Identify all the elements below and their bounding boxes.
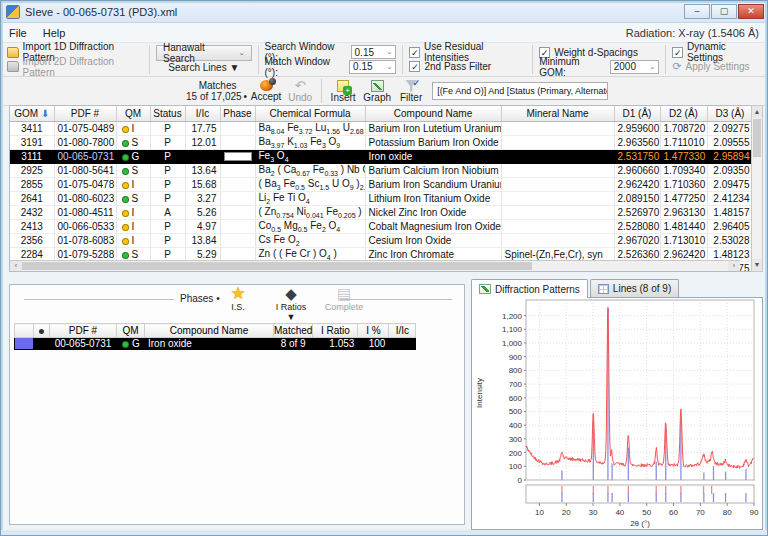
column-header-pdf-[interactable]: PDF #: [50, 324, 117, 338]
d3-value[interactable]: 1.48123: [707, 247, 753, 261]
d3-value[interactable]: 2.96405: [707, 219, 753, 233]
compound-name[interactable]: Iron oxide: [145, 338, 274, 350]
phase-cell[interactable]: [220, 247, 255, 261]
scroll-right-icon[interactable]: ›: [728, 261, 740, 271]
gom-value[interactable]: 2284: [10, 247, 54, 261]
gom-value[interactable]: 2356: [10, 233, 54, 247]
chemical-formula[interactable]: ( Ba3 Fe0.5 Sc1.5 U O9 )2.667: [255, 177, 365, 191]
filter-expression-field[interactable]: [(Fe And O)] And [Status (Primary, Alter…: [432, 82, 608, 100]
pdf-number-link[interactable]: 01-075-0478: [54, 177, 116, 191]
column-header-i-ratio[interactable]: I Ratio: [313, 324, 358, 338]
mineral-name[interactable]: [501, 191, 614, 205]
column-header-i-ic[interactable]: I/Ic: [389, 324, 416, 338]
d2-value[interactable]: 1.709340: [660, 163, 707, 177]
qm-cell[interactable]: I: [116, 219, 150, 233]
d2-value[interactable]: 1.711010: [660, 135, 707, 149]
compound-name[interactable]: Nickel Zinc Iron Oxide: [365, 205, 501, 219]
filter-button[interactable]: ✓ Filter: [394, 80, 428, 103]
d3-value[interactable]: 2.53028: [707, 233, 753, 247]
column-header-qm[interactable]: QM: [116, 106, 150, 121]
qm-cell[interactable]: S: [116, 247, 150, 261]
compound-name[interactable]: Lithium Iron Titanium Oxide: [365, 191, 501, 205]
qm-cell[interactable]: S: [116, 191, 150, 205]
phase-edit-box[interactable]: [224, 152, 252, 161]
iratios-button[interactable]: ◆ I Ratios ▼: [271, 286, 311, 322]
compound-name[interactable]: Barium Iron Scandium Uranium Oxide: [365, 177, 501, 191]
tab-diffraction-patterns[interactable]: Diffraction Patterns: [471, 279, 588, 298]
qm-cell[interactable]: I: [116, 121, 150, 135]
iic-value[interactable]: 4.97: [185, 219, 220, 233]
table-row[interactable]: 241300-066-0533IP4.97Co0.5 Mg0.5 Fe2 O4C…: [10, 219, 753, 233]
d1-value[interactable]: 2.967020: [614, 233, 660, 247]
phase-cell[interactable]: [220, 121, 255, 135]
column-header-d3-[interactable]: D3 (Å): [707, 106, 753, 121]
d3-value[interactable]: 2.41234: [707, 191, 753, 205]
qm-cell[interactable]: S: [116, 135, 150, 149]
iic-value[interactable]: 15.68: [185, 177, 220, 191]
iic-value[interactable]: 5.29: [185, 247, 220, 261]
compound-name[interactable]: Iron oxide: [365, 149, 501, 163]
ipct-value[interactable]: 100: [358, 338, 389, 350]
accept-button[interactable]: Accept: [249, 80, 283, 102]
phase-cell[interactable]: [220, 205, 255, 219]
chemical-formula[interactable]: Fe3 O4: [255, 149, 365, 163]
table-row[interactable]: 264101-080-6023SP3.27Li2 Fe Ti O4Lithium…: [10, 191, 753, 205]
chemical-formula[interactable]: Co0.5 Mg0.5 Fe2 O4: [255, 219, 365, 233]
table-row[interactable]: 292501-080-5641SP13.64Ba2 ( Ca0.67 Fe0.3…: [10, 163, 753, 177]
mineral-name[interactable]: Spinel-(Zn,Fe,Cr), syn: [501, 247, 614, 261]
d1-value[interactable]: 2.959600: [614, 121, 660, 135]
search-type-dropdown[interactable]: Hanawalt Search ⌄: [156, 45, 252, 61]
iic-value[interactable]: 12.01: [185, 135, 220, 149]
mineral-name[interactable]: [501, 135, 614, 149]
pdf-number-link[interactable]: 01-080-6023: [54, 191, 116, 205]
column-header-d2-[interactable]: D2 (Å): [660, 106, 707, 121]
matched-value[interactable]: 8 of 9: [274, 338, 313, 350]
iic-value[interactable]: 3.27: [185, 191, 220, 205]
column-header-phase[interactable]: Phase: [220, 106, 255, 121]
compound-name[interactable]: Barium Iron Lutetium Uranium Oxide: [365, 121, 501, 135]
table-row[interactable]: 285501-075-0478IP15.68( Ba3 Fe0.5 Sc1.5 …: [10, 177, 753, 191]
use-residual-checkbox[interactable]: ✓ Use Residual Intensities: [409, 45, 526, 59]
dynamic-settings-checkbox[interactable]: ✓ Dynamic Settings: [672, 45, 761, 59]
d2-value[interactable]: 1.713010: [660, 233, 707, 247]
insert-button[interactable]: Insert: [326, 80, 360, 103]
d1-value[interactable]: 2.960660: [614, 163, 660, 177]
gom-value[interactable]: 2641: [10, 191, 54, 205]
results-vertical-scrollbar[interactable]: ▲ ▼: [751, 105, 763, 272]
d2-value[interactable]: 1.481440: [660, 219, 707, 233]
tab-lines[interactable]: Lines (8 of 9): [590, 279, 679, 297]
phase-cell[interactable]: [220, 149, 255, 163]
maximize-button[interactable]: ▢: [711, 4, 737, 19]
d1-value[interactable]: 2.528080: [614, 219, 660, 233]
iic-value[interactable]: 13.64: [185, 163, 220, 177]
column-header-pdf-[interactable]: PDF #: [54, 106, 116, 121]
column-header-compound-name[interactable]: Compound Name: [145, 324, 274, 338]
d2-value[interactable]: 1.708720: [660, 121, 707, 135]
status-value[interactable]: P: [150, 233, 185, 247]
table-row[interactable]: 243201-080-4511IA5.26( Zn0.754 Ni0.041 F…: [10, 205, 753, 219]
status-value[interactable]: P: [150, 121, 185, 135]
iic-value[interactable]: 17.75: [185, 121, 220, 135]
mineral-name[interactable]: [501, 149, 614, 163]
column-header-status[interactable]: Status: [150, 106, 185, 121]
column-header-d1-[interactable]: D1 (Å): [614, 106, 660, 121]
phase-accept-cell[interactable]: [34, 338, 50, 350]
pdf-number-link[interactable]: 01-080-4511: [54, 205, 116, 219]
d3-value[interactable]: 2.09475: [707, 177, 753, 191]
status-value[interactable]: P: [150, 163, 185, 177]
gom-value[interactable]: 3111: [10, 149, 54, 163]
column-header-i-[interactable]: I %: [358, 324, 389, 338]
phase-color-swatch[interactable]: [15, 338, 34, 350]
column-header-compound-name[interactable]: Compound Name: [365, 106, 501, 121]
qm-cell[interactable]: I: [116, 233, 150, 247]
compound-name[interactable]: Cesium Iron Oxide: [365, 233, 501, 247]
iratio-value[interactable]: 1.053: [313, 338, 358, 350]
table-row[interactable]: 228401-079-5288SP5.29Zn ( ( Fe Cr ) O4 )…: [10, 247, 753, 261]
mineral-name[interactable]: [501, 233, 614, 247]
mineral-name[interactable]: [501, 219, 614, 233]
phase-cell[interactable]: [220, 177, 255, 191]
match-window-combo[interactable]: 0.15 ⌄: [349, 60, 396, 74]
scroll-up-icon[interactable]: ▲: [752, 106, 762, 118]
gom-value[interactable]: 2925: [10, 163, 54, 177]
d1-value[interactable]: 2.531750: [614, 149, 660, 163]
